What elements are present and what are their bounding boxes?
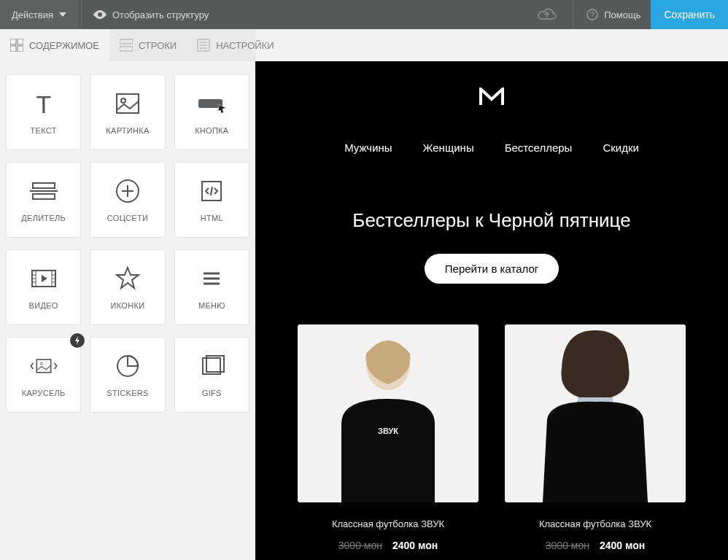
- product-card: ЗВУК Классная футболка ЗВУК 3000 мон 240…: [298, 324, 479, 560]
- rows-icon: [120, 39, 133, 52]
- block-icons-label: ИКОНКИ: [111, 301, 145, 311]
- block-html-label: HTML: [201, 214, 223, 223]
- hero-title: Бестселлеры к Черной пятнице: [270, 209, 713, 232]
- product-name: Классная футболка ЗВУК: [298, 518, 479, 529]
- svg-rect-7: [120, 47, 133, 51]
- svg-rect-16: [33, 183, 55, 188]
- price-new: 2400 мон: [392, 540, 438, 551]
- question-icon: ?: [586, 9, 598, 20]
- eye-icon: [93, 10, 107, 19]
- show-structure-button[interactable]: Отобразить структуру: [85, 0, 217, 29]
- block-carousel[interactable]: КАРУСЕЛЬ: [6, 337, 81, 413]
- price-row: 3000 мон 2400 мон: [505, 540, 686, 551]
- block-social[interactable]: СОЦСЕТИ: [90, 162, 165, 238]
- nav-sale[interactable]: Скидки: [603, 141, 638, 154]
- block-carousel-label: КАРУСЕЛЬ: [22, 389, 66, 398]
- block-button-label: КНОПКА: [195, 126, 228, 136]
- block-social-label: СОЦСЕТИ: [107, 214, 148, 223]
- top-toolbar: Действия Отобразить структуру ? Помощь С…: [0, 0, 728, 29]
- cloud-upload-icon[interactable]: [538, 8, 557, 21]
- block-button[interactable]: КНОПКА: [174, 74, 249, 150]
- tab-content-label: СОДЕРЖИМОЕ: [29, 40, 99, 51]
- svg-rect-5: [18, 46, 23, 52]
- divider: [81, 0, 82, 29]
- email-nav: Мужчины Женщины Бестселлеры Скидки: [270, 141, 713, 154]
- nav-women[interactable]: Женщины: [423, 141, 474, 154]
- block-icons[interactable]: ИКОНКИ: [90, 249, 165, 325]
- text-icon: T: [28, 88, 59, 119]
- star-icon: [112, 263, 143, 294]
- save-button[interactable]: Сохранить: [651, 0, 728, 29]
- grid-icon: [10, 39, 23, 52]
- button-icon: [196, 88, 227, 119]
- price-row: 3000 мон 2400 мон: [298, 540, 479, 551]
- settings-icon: [197, 39, 210, 52]
- blocks-grid: T ТЕКСТ КАРТИНКА КНОПКА ДЕЛИТЕЛЬ СОЦСЕТИ…: [6, 74, 249, 413]
- svg-rect-2: [10, 39, 16, 44]
- brand-logo: [270, 88, 713, 109]
- product-row: ЗВУК Классная футболка ЗВУК 3000 мон 240…: [270, 324, 713, 560]
- svg-rect-18: [33, 194, 55, 199]
- block-stickers-label: STICKERS: [107, 389, 148, 398]
- product-card: Классная футболка ЗВУК 3000 мон 2400 мон…: [505, 324, 686, 560]
- block-menu[interactable]: МЕНЮ: [174, 249, 249, 325]
- tab-settings[interactable]: НАСТРОЙКИ: [187, 29, 284, 61]
- sidebar-tabs: СОДЕРЖИМОЕ СТРОКИ НАСТРОЙКИ: [0, 29, 255, 61]
- email-canvas[interactable]: Мужчины Женщины Бестселлеры Скидки Бестс…: [255, 61, 728, 560]
- catalog-button[interactable]: Перейти в каталог: [425, 254, 559, 284]
- social-icon: [112, 176, 143, 206]
- bolt-badge: [70, 333, 85, 348]
- chevron-down-icon: [59, 12, 66, 17]
- svg-text:?: ?: [590, 11, 595, 19]
- divider: [573, 0, 573, 29]
- price-new: 2400 мон: [600, 540, 645, 551]
- tab-settings-label: НАСТРОЙКИ: [216, 40, 274, 51]
- svg-line-23: [211, 187, 212, 195]
- product-name: Классная футболка ЗВУК: [505, 518, 686, 529]
- block-video[interactable]: ВИДЕО: [6, 249, 81, 325]
- block-video-label: ВИДЕО: [29, 301, 58, 311]
- svg-rect-4: [10, 46, 16, 52]
- image-icon: [112, 88, 143, 119]
- svg-rect-6: [120, 39, 133, 44]
- tab-content[interactable]: СОДЕРЖИМОЕ: [0, 29, 109, 61]
- block-gifs-label: GIFS: [202, 389, 222, 398]
- nav-men[interactable]: Мужчины: [344, 141, 392, 154]
- svg-text:ЗВУК: ЗВУК: [378, 427, 398, 435]
- block-text[interactable]: T ТЕКСТ: [6, 74, 81, 150]
- block-text-label: ТЕКСТ: [31, 126, 57, 136]
- gifs-icon: [196, 351, 227, 381]
- email-body: Мужчины Женщины Бестселлеры Скидки Бестс…: [255, 61, 728, 560]
- svg-point-14: [121, 98, 125, 103]
- block-stickers[interactable]: STICKERS: [90, 337, 165, 413]
- nav-bestsellers[interactable]: Бестселлеры: [505, 141, 573, 154]
- actions-dropdown[interactable]: Действия: [0, 0, 78, 29]
- help-label: Помощь: [604, 9, 640, 20]
- price-old: 3000 мон: [338, 540, 382, 551]
- sticker-icon: [112, 351, 143, 381]
- price-old: 3000 мон: [546, 540, 589, 551]
- block-gifs[interactable]: GIFS: [174, 337, 249, 413]
- video-icon: [28, 263, 59, 294]
- product-image[interactable]: [505, 324, 686, 502]
- block-image-label: КАРТИНКА: [106, 126, 149, 136]
- toolbar-left-group: Действия Отобразить структуру: [0, 0, 217, 29]
- show-structure-label: Отобразить структуру: [112, 9, 209, 20]
- block-menu-label: МЕНЮ: [198, 301, 225, 311]
- html-icon: [196, 176, 227, 206]
- block-divider[interactable]: ДЕЛИТЕЛЬ: [6, 162, 81, 238]
- help-button[interactable]: ? Помощь: [576, 0, 651, 29]
- svg-rect-36: [36, 360, 50, 373]
- content-blocks-panel: T ТЕКСТ КАРТИНКА КНОПКА ДЕЛИТЕЛЬ СОЦСЕТИ…: [0, 61, 255, 413]
- tab-rows[interactable]: СТРОКИ: [109, 29, 187, 61]
- svg-text:T: T: [36, 90, 51, 118]
- carousel-icon: [28, 351, 59, 381]
- block-html[interactable]: HTML: [174, 162, 249, 238]
- divider-icon: [28, 176, 59, 206]
- block-image[interactable]: КАРТИНКА: [90, 74, 165, 150]
- logo-m-icon: [479, 88, 504, 109]
- actions-label: Действия: [12, 9, 53, 20]
- product-image[interactable]: ЗВУК: [298, 324, 479, 502]
- tab-rows-label: СТРОКИ: [139, 40, 177, 51]
- svg-rect-3: [18, 39, 23, 44]
